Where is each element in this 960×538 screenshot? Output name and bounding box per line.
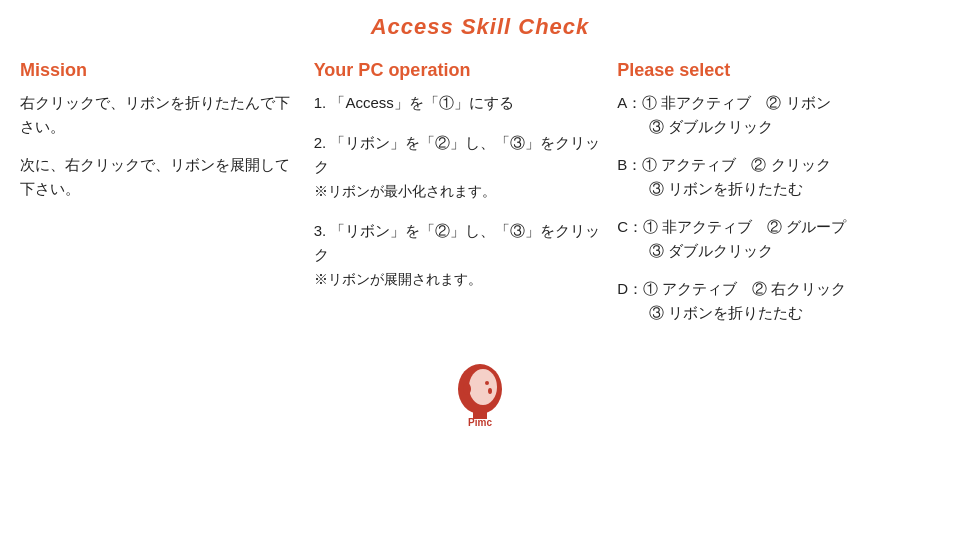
mission-para-1: 右クリックで、リボンを折りたたんで下さい。 (20, 91, 304, 139)
logo-area: Pimc (0, 359, 960, 429)
select-column: Please select A：① 非アクティブ ② リボン ③ ダブルクリック… (617, 60, 940, 339)
choice-d-label: D：① アクティブ ② 右クリック (617, 280, 846, 297)
choice-b-label: B：① アクティブ ② クリック (617, 156, 830, 173)
mission-header: Mission (20, 60, 304, 81)
choice-list: A：① 非アクティブ ② リボン ③ ダブルクリック B：① アクティブ ② ク… (617, 91, 940, 325)
step-text-3: 「リボン」を「②」し、「③」をクリック (314, 222, 601, 263)
operation-header: Your PC operation (314, 60, 607, 81)
list-item: 1. 「Access」を「①」にする (314, 91, 607, 115)
list-item: B：① アクティブ ② クリック ③ リボンを折りたたむ (617, 153, 940, 201)
list-item: 3. 「リボン」を「②」し、「③」をクリック ※リボンが展開されます。 (314, 219, 607, 291)
choice-c-sub: ③ ダブルクリック (617, 239, 940, 263)
step-note-3: ※リボンが展開されます。 (314, 271, 482, 287)
step-text-1: 「Access」を「①」にする (330, 94, 513, 111)
list-item: 2. 「リボン」を「②」し、「③」をクリック ※リボンが最小化されます。 (314, 131, 607, 203)
svg-point-4 (488, 388, 492, 394)
select-header: Please select (617, 60, 940, 81)
svg-point-5 (463, 383, 471, 395)
choice-b-sub: ③ リボンを折りたたむ (617, 177, 940, 201)
list-item: C：① 非アクティブ ② グループ ③ ダブルクリック (617, 215, 940, 263)
list-item: D：① アクティブ ② 右クリック ③ リボンを折りたたむ (617, 277, 940, 325)
step-num-1: 1. (314, 94, 327, 111)
operation-column: Your PC operation 1. 「Access」を「①」にする 2. … (314, 60, 617, 339)
title-text: Access Skill Check (371, 14, 590, 39)
page-title: Access Skill Check (0, 0, 960, 50)
pimc-logo-icon: Pimc (445, 359, 515, 429)
svg-text:Pimc: Pimc (468, 417, 492, 428)
choice-c-label: C：① 非アクティブ ② グループ (617, 218, 846, 235)
step-num-2: 2. (314, 134, 327, 151)
mission-para-2: 次に、右クリックで、リボンを展開して下さい。 (20, 153, 304, 201)
main-content: Mission 右クリックで、リボンを折りたたんで下さい。 次に、右クリックで、… (0, 50, 960, 339)
choice-d-sub: ③ リボンを折りたたむ (617, 301, 940, 325)
choice-a-sub: ③ ダブルクリック (617, 115, 940, 139)
mission-text: 右クリックで、リボンを折りたたんで下さい。 次に、右クリックで、リボンを展開して… (20, 91, 304, 201)
step-note-2: ※リボンが最小化されます。 (314, 183, 496, 199)
operation-list: 1. 「Access」を「①」にする 2. 「リボン」を「②」し、「③」をクリッ… (314, 91, 607, 291)
svg-point-3 (485, 381, 489, 385)
list-item: A：① 非アクティブ ② リボン ③ ダブルクリック (617, 91, 940, 139)
step-text-2: 「リボン」を「②」し、「③」をクリック (314, 134, 601, 175)
mission-column: Mission 右クリックで、リボンを折りたたんで下さい。 次に、右クリックで、… (20, 60, 314, 339)
svg-point-2 (469, 369, 497, 405)
step-num-3: 3. (314, 222, 327, 239)
choice-a-label: A：① 非アクティブ ② リボン (617, 94, 830, 111)
